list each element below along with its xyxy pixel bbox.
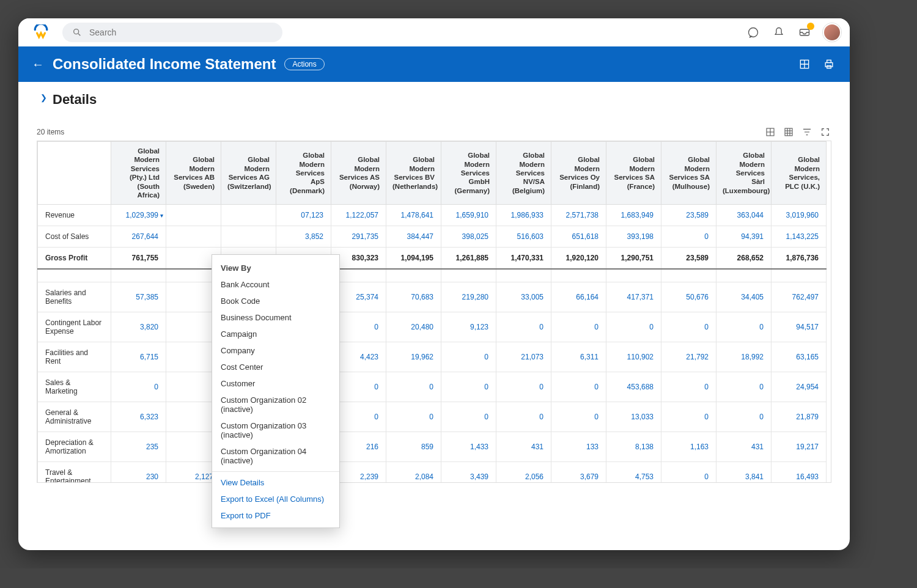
column-header[interactable]: Global Modern Services BV (Netherlands) bbox=[386, 142, 441, 205]
data-cell[interactable]: 2,571,738 bbox=[551, 205, 606, 226]
data-cell[interactable]: 2,084 bbox=[386, 462, 441, 483]
data-cell[interactable]: 0 bbox=[441, 372, 496, 402]
data-cell[interactable]: 33,005 bbox=[496, 282, 551, 312]
data-cell[interactable]: 0 bbox=[716, 372, 772, 402]
data-cell[interactable]: 2,056 bbox=[496, 462, 551, 483]
column-header[interactable]: Global Modern Services ApS (Denmark) bbox=[276, 142, 331, 205]
data-cell[interactable]: 398,025 bbox=[441, 226, 496, 248]
data-cell[interactable]: 1,470,331 bbox=[496, 248, 551, 270]
export-icon[interactable] bbox=[797, 57, 812, 72]
context-menu-item[interactable]: Custom Organization 02 (inactive) bbox=[212, 392, 339, 417]
data-cell[interactable]: 0 bbox=[551, 402, 606, 432]
context-menu-item[interactable]: Custom Organization 03 (inactive) bbox=[212, 417, 339, 443]
context-menu-item[interactable]: Custom Organization 04 (inactive) bbox=[212, 443, 339, 469]
data-cell[interactable]: 453,688 bbox=[606, 372, 661, 402]
data-cell[interactable]: 230 bbox=[111, 462, 166, 483]
data-cell[interactable]: 133 bbox=[551, 432, 606, 462]
context-menu-action[interactable]: View Details bbox=[212, 474, 339, 491]
data-cell[interactable] bbox=[221, 226, 276, 248]
column-header[interactable]: Global Modern Services AS (Norway) bbox=[331, 142, 386, 205]
data-cell[interactable]: 1,478,641 bbox=[386, 205, 441, 226]
column-header[interactable]: Global Modern Services SA (France) bbox=[606, 142, 661, 205]
column-header[interactable]: Global Modern Services AB (Sweden) bbox=[166, 142, 221, 205]
data-cell[interactable] bbox=[661, 269, 716, 282]
data-cell[interactable] bbox=[441, 269, 496, 282]
grid-view-icon[interactable] bbox=[783, 126, 795, 138]
data-cell[interactable]: 0 bbox=[551, 312, 606, 342]
context-menu-item[interactable]: Customer bbox=[212, 375, 339, 392]
data-cell[interactable]: 267,644 bbox=[111, 226, 166, 248]
inbox-icon[interactable] bbox=[796, 24, 813, 41]
data-cell[interactable]: 3,439 bbox=[441, 462, 496, 483]
data-cell[interactable]: 21,073 bbox=[496, 342, 551, 372]
data-cell[interactable]: 0 bbox=[496, 402, 551, 432]
data-cell[interactable]: 9,123 bbox=[441, 312, 496, 342]
data-cell[interactable]: 651,618 bbox=[551, 226, 606, 248]
data-cell[interactable]: 0 bbox=[661, 402, 716, 432]
context-menu-item[interactable]: Book Code bbox=[212, 293, 339, 309]
data-cell[interactable]: 0 bbox=[661, 312, 716, 342]
column-header[interactable]: Global Modern Services Oy (Finland) bbox=[551, 142, 606, 205]
data-cell[interactable] bbox=[496, 269, 551, 282]
data-cell[interactable] bbox=[716, 269, 772, 282]
data-cell[interactable]: 1,920,120 bbox=[551, 248, 606, 270]
data-cell[interactable]: 1,261,885 bbox=[441, 248, 496, 270]
data-cell[interactable] bbox=[111, 269, 166, 282]
data-cell[interactable] bbox=[166, 205, 221, 226]
data-cell[interactable]: 1,029,399 bbox=[111, 205, 166, 226]
back-arrow-icon[interactable]: ← bbox=[32, 57, 44, 72]
collapse-caret-icon[interactable]: ❯ bbox=[40, 93, 47, 102]
data-cell[interactable]: 19,217 bbox=[772, 432, 827, 462]
data-cell[interactable]: 3,679 bbox=[551, 462, 606, 483]
data-cell[interactable]: 63,165 bbox=[772, 342, 827, 372]
data-cell[interactable]: 431 bbox=[496, 432, 551, 462]
data-cell[interactable]: 3,841 bbox=[716, 462, 772, 483]
data-cell[interactable]: 0 bbox=[111, 372, 166, 402]
data-cell[interactable]: 6,715 bbox=[111, 342, 166, 372]
data-cell[interactable]: 18,992 bbox=[716, 342, 772, 372]
data-cell[interactable]: 431 bbox=[716, 432, 772, 462]
data-cell[interactable]: 20,480 bbox=[386, 312, 441, 342]
data-cell[interactable]: 0 bbox=[551, 372, 606, 402]
data-cell[interactable]: 8,138 bbox=[606, 432, 661, 462]
table-scroll[interactable]: Global Modern Services (Pty.) Ltd (South… bbox=[37, 141, 831, 483]
data-cell[interactable]: 0 bbox=[496, 312, 551, 342]
context-menu-action[interactable]: Export to PDF bbox=[212, 507, 339, 524]
actions-button[interactable]: Actions bbox=[284, 58, 324, 70]
print-icon[interactable] bbox=[822, 57, 836, 72]
data-cell[interactable]: 21,879 bbox=[772, 402, 827, 432]
data-cell[interactable]: 0 bbox=[606, 312, 661, 342]
data-cell[interactable]: 0 bbox=[661, 226, 716, 248]
data-cell[interactable] bbox=[386, 269, 441, 282]
data-cell[interactable]: 219,280 bbox=[441, 282, 496, 312]
context-menu-item[interactable]: Business Document bbox=[212, 309, 339, 326]
profile-avatar[interactable] bbox=[823, 23, 841, 42]
notifications-icon[interactable] bbox=[770, 24, 787, 41]
data-cell[interactable]: 66,164 bbox=[551, 282, 606, 312]
search-input[interactable] bbox=[88, 27, 273, 38]
data-cell[interactable]: 0 bbox=[661, 462, 716, 483]
column-header[interactable]: Global Modern Services NV/SA (Belgium) bbox=[496, 142, 551, 205]
data-cell[interactable]: 1,290,751 bbox=[606, 248, 661, 270]
data-cell[interactable]: 363,044 bbox=[716, 205, 772, 226]
data-cell[interactable] bbox=[772, 269, 827, 282]
data-cell[interactable]: 0 bbox=[441, 342, 496, 372]
data-cell[interactable]: 417,371 bbox=[606, 282, 661, 312]
chat-icon[interactable] bbox=[745, 24, 762, 41]
column-header[interactable]: Global Modern Services Sàrl (Luxembourg) bbox=[716, 142, 772, 205]
data-cell[interactable]: 0 bbox=[386, 372, 441, 402]
context-menu-item[interactable]: Bank Account bbox=[212, 276, 339, 293]
data-cell[interactable]: 235 bbox=[111, 432, 166, 462]
search-box[interactable] bbox=[62, 23, 282, 42]
data-cell[interactable]: 16,493 bbox=[772, 462, 827, 483]
context-menu-action[interactable]: Export to Excel (All Columns) bbox=[212, 491, 339, 507]
data-cell[interactable] bbox=[551, 269, 606, 282]
column-header[interactable]: Global Modern Services, PLC (U.K.) bbox=[772, 142, 827, 205]
data-cell[interactable]: 3,852 bbox=[276, 226, 331, 248]
data-cell[interactable]: 1,433 bbox=[441, 432, 496, 462]
export-spreadsheet-icon[interactable] bbox=[764, 126, 776, 138]
data-cell[interactable]: 07,123 bbox=[276, 205, 331, 226]
data-cell[interactable] bbox=[606, 269, 661, 282]
data-cell[interactable]: 859 bbox=[386, 432, 441, 462]
column-header[interactable]: Global Modern Services (Pty.) Ltd (South… bbox=[111, 142, 166, 205]
